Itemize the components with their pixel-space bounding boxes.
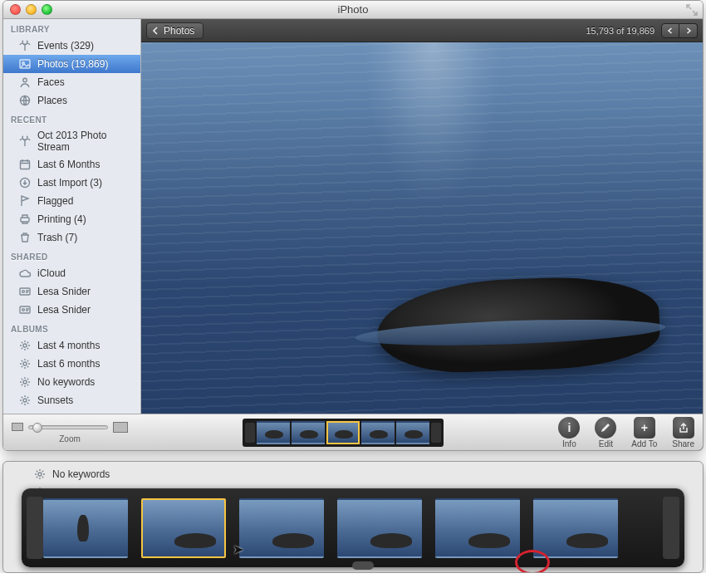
thumbnail[interactable] bbox=[533, 498, 618, 558]
sidebar-item-label: Printing (4) bbox=[37, 213, 86, 225]
iphoto-window: iPhoto LIBRARYEvents (329)Photos (19,869… bbox=[2, 0, 704, 451]
thumbnail[interactable] bbox=[435, 498, 520, 558]
filmstrip-cap-right bbox=[431, 423, 441, 443]
main-panel: Photos 15,793 of 19,869 bbox=[141, 19, 703, 450]
zoom-button[interactable] bbox=[42, 4, 52, 15]
thumbnail[interactable] bbox=[361, 421, 395, 444]
sidebar-item[interactable]: Places bbox=[3, 91, 140, 110]
photo-count: 15,793 of 19,869 bbox=[586, 26, 655, 36]
svg-point-12 bbox=[23, 362, 27, 365]
photo-viewer[interactable] bbox=[141, 42, 703, 450]
thumbnail[interactable] bbox=[396, 421, 429, 444]
zoom-control: Zoom bbox=[12, 422, 128, 443]
zoom-slider[interactable] bbox=[28, 425, 108, 429]
gear-icon bbox=[33, 468, 47, 481]
close-button[interactable] bbox=[10, 4, 21, 15]
card-icon bbox=[18, 303, 32, 316]
zoom-label: Zoom bbox=[59, 434, 81, 443]
zoom-out-icon[interactable] bbox=[12, 423, 23, 431]
sidebar-item[interactable]: Last 6 months bbox=[3, 355, 140, 373]
gear-icon bbox=[18, 339, 32, 352]
action-tools: i Info Edit + Add To Share bbox=[558, 417, 694, 448]
thumbnail-strip[interactable] bbox=[243, 419, 444, 447]
minimize-button[interactable] bbox=[26, 4, 37, 15]
sidebar-item-label: Events (329) bbox=[37, 40, 94, 51]
sidebar-item-label: Oct 2013 Photo Stream bbox=[37, 130, 133, 153]
back-label: Photos bbox=[164, 25, 194, 37]
thumbnail[interactable] bbox=[257, 421, 290, 444]
sidebar-item[interactable]: Last 6 Months bbox=[3, 155, 140, 174]
thumbnail[interactable] bbox=[239, 498, 324, 558]
photo-icon bbox=[18, 57, 32, 71]
sidebar-item-label: iCloud bbox=[37, 267, 66, 279]
back-button[interactable]: Photos bbox=[146, 22, 203, 39]
share-icon bbox=[673, 417, 694, 439]
svg-point-17 bbox=[38, 473, 42, 476]
thumbnail-strip-large[interactable] bbox=[22, 488, 684, 567]
sidebar-item[interactable]: Flagged bbox=[3, 192, 140, 210]
sidebar-item[interactable]: Last 4 months bbox=[3, 336, 140, 355]
sidebar-item[interactable]: Faces bbox=[3, 73, 140, 91]
sidebar-item[interactable]: iCloud bbox=[3, 264, 140, 282]
sidebar-item[interactable]: No keywords bbox=[18, 465, 703, 483]
filmstrip-cap-left bbox=[245, 423, 255, 443]
sidebar-item-label: Sunsets bbox=[37, 394, 73, 406]
face-icon bbox=[18, 76, 32, 89]
sidebar-item[interactable]: Last Import (3) bbox=[3, 174, 140, 192]
thumbnail[interactable] bbox=[292, 421, 325, 444]
sidebar-item-label: Places bbox=[37, 95, 67, 106]
palm-icon bbox=[18, 39, 32, 52]
edit-button[interactable]: Edit bbox=[595, 417, 616, 448]
zoom-in-icon[interactable] bbox=[113, 422, 128, 433]
sidebar-group-label: LIBRARY bbox=[3, 19, 140, 37]
svg-point-2 bbox=[23, 78, 27, 81]
thumbnail[interactable] bbox=[337, 498, 422, 558]
sidebar-item[interactable]: Sunsets bbox=[3, 391, 140, 409]
sidebar-item-label: Last 4 months bbox=[37, 340, 100, 351]
prev-photo-button[interactable] bbox=[661, 23, 679, 38]
sidebar-item[interactable]: Lesa Snider bbox=[3, 282, 140, 301]
add-to-button[interactable]: + Add To bbox=[631, 417, 657, 448]
svg-point-13 bbox=[23, 380, 27, 384]
flag-icon bbox=[18, 194, 32, 208]
annotation-circle bbox=[515, 550, 550, 573]
filmstrip-cap-right bbox=[663, 497, 679, 559]
sidebar-item-label: Trash (7) bbox=[37, 232, 77, 243]
sidebar-item-label: No keywords bbox=[52, 468, 110, 480]
globe-icon bbox=[18, 94, 32, 107]
share-button[interactable]: Share bbox=[672, 417, 694, 448]
sidebar-item-label: No keywords bbox=[37, 376, 95, 388]
sidebar-item[interactable]: Events (329) bbox=[3, 37, 140, 55]
thumbnail[interactable] bbox=[326, 421, 360, 444]
sidebar-item-label: Faces bbox=[37, 76, 65, 88]
sidebar-group-label: SHARED bbox=[3, 247, 140, 264]
sidebar-item-label: Photos (19,869) bbox=[37, 58, 108, 70]
sidebar-item[interactable]: No keywords bbox=[3, 373, 140, 391]
sidebar-item[interactable]: Photos (19,869) bbox=[3, 55, 140, 73]
gear-icon bbox=[18, 375, 32, 389]
thumbnail[interactable] bbox=[141, 498, 226, 558]
thumbnail[interactable] bbox=[43, 498, 128, 558]
sidebar: LIBRARYEvents (329)Photos (19,869)FacesP… bbox=[3, 19, 141, 450]
svg-point-14 bbox=[23, 399, 27, 402]
info-button[interactable]: i Info bbox=[558, 417, 580, 448]
sidebar-item[interactable]: Lesa Snider bbox=[3, 301, 140, 319]
sidebar-group-label: RECENT bbox=[3, 110, 140, 127]
content-topbar: Photos 15,793 of 19,869 bbox=[141, 19, 703, 42]
filmstrip-cap-left bbox=[27, 497, 43, 559]
sidebar-item-label: Lesa Snider bbox=[37, 286, 91, 297]
sidebar-item[interactable]: Printing (4) bbox=[3, 210, 140, 228]
pencil-icon bbox=[595, 417, 616, 439]
sidebar-item[interactable]: Trash (7) bbox=[3, 228, 140, 247]
gear-icon bbox=[18, 394, 32, 407]
fullscreen-icon[interactable] bbox=[686, 4, 698, 16]
next-photo-button[interactable] bbox=[679, 23, 698, 38]
sidebar-item-label: Last 6 Months bbox=[37, 159, 100, 170]
svg-point-8 bbox=[22, 291, 25, 293]
nav-arrows bbox=[661, 23, 698, 38]
sidebar-item[interactable]: Oct 2013 Photo Stream bbox=[3, 127, 140, 155]
sidebar-item-label: Last Import (3) bbox=[37, 177, 102, 189]
titlebar: iPhoto bbox=[3, 1, 703, 19]
cursor-icon: ➤ bbox=[233, 541, 243, 557]
filmstrip-resize-handle[interactable] bbox=[352, 561, 374, 570]
